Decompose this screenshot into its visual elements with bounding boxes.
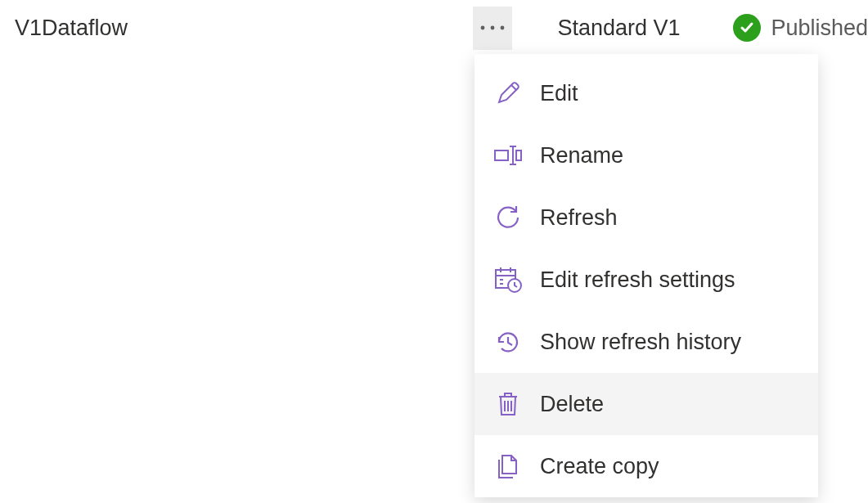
more-options-button[interactable]: [473, 7, 512, 50]
calendar-clock-icon: [492, 264, 524, 295]
menu-label: Rename: [540, 143, 623, 168]
rename-icon: [492, 140, 524, 171]
copy-icon: [492, 451, 524, 482]
menu-label: Create copy: [540, 454, 659, 479]
menu-label: Edit: [540, 81, 578, 106]
menu-item-rename[interactable]: Rename: [474, 124, 818, 186]
status-text: Published: [771, 16, 868, 41]
context-menu: Edit Rename Refresh: [474, 54, 818, 497]
menu-label: Delete: [540, 392, 604, 417]
dataflow-type: Standard V1: [512, 16, 733, 41]
svg-line-3: [511, 85, 516, 90]
trash-icon: [492, 388, 524, 420]
dataflow-name[interactable]: V1Dataflow: [15, 16, 473, 41]
svg-point-2: [501, 26, 505, 30]
pencil-icon: [492, 78, 524, 109]
menu-item-create-copy[interactable]: Create copy: [474, 435, 818, 497]
menu-item-edit[interactable]: Edit: [474, 62, 818, 124]
svg-rect-6: [516, 150, 521, 160]
check-icon: [733, 14, 761, 42]
menu-item-refresh-history[interactable]: Show refresh history: [474, 311, 818, 373]
menu-item-delete[interactable]: Delete: [474, 373, 818, 435]
svg-point-0: [481, 26, 485, 30]
menu-label: Refresh: [540, 205, 618, 231]
menu-label: Edit refresh settings: [540, 267, 735, 293]
svg-rect-4: [495, 150, 508, 160]
dataflow-row: V1Dataflow Standard V1 Published: [0, 0, 868, 56]
menu-item-refresh-settings[interactable]: Edit refresh settings: [474, 249, 818, 311]
ellipsis-icon: [479, 25, 506, 31]
refresh-icon: [492, 202, 524, 233]
svg-point-1: [491, 26, 495, 30]
history-icon: [492, 326, 524, 357]
dataflow-status: Published: [733, 14, 868, 42]
menu-item-refresh[interactable]: Refresh: [474, 186, 818, 249]
menu-label: Show refresh history: [540, 330, 741, 355]
